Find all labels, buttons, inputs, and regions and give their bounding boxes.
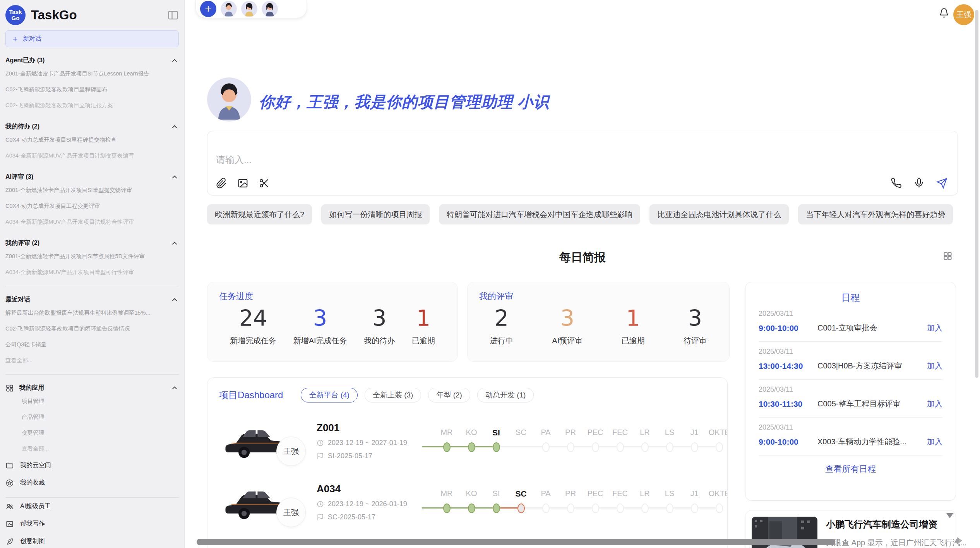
project-milestone-flag: SC-2025-05-17 [317,513,420,521]
greeting-text: 你好，王强，我是你的项目管理助理 小识 [259,91,549,113]
my-apps-header: 我的应用 [5,383,179,393]
sidebar-item[interactable]: A034-全新新能源MUV产品开发项目法规符合性评审 [5,214,179,230]
add-assistant-button[interactable]: + [200,1,216,17]
stat-value: 1 [626,305,640,331]
task-progress-stats: 24新增完成任务3新增AI完成任务3我的待办1已逾期 [219,305,446,346]
milestone-dot [567,503,574,513]
recent-chat-item[interactable]: C02-飞腾新能源轻客改款项目的闭环通告反馈情况 [5,321,179,337]
send-icon[interactable] [936,178,947,189]
chevron-up-icon[interactable] [170,296,179,304]
milestone-dot [716,503,723,513]
dashboard-filter-chip[interactable]: 动总开发 (1) [477,388,534,402]
suggestion-chip[interactable]: 比亚迪全固态电池计划具体说了什么 [649,204,789,224]
sidebar-item[interactable]: C02-飞腾新能源轻客改款项目里程碑画布 [5,82,179,98]
sidebar-tool[interactable]: 创意制图 [5,533,179,548]
recent-chat-item[interactable]: 解释最新出台的欧盟报废车法规再生塑料比例被调至15%... [5,305,179,321]
milestone-dot [641,442,649,452]
dashboard-filter-chip[interactable]: 年型 (2) [428,388,470,402]
milestone-dot [691,442,698,452]
sidebar-section-2: AI评审 (3)Z001-全新燃油轻卡产品开发项目SI造型提交物评审C0X4-动… [5,172,179,230]
chevron-up-icon[interactable] [170,173,179,182]
chevron-up-icon[interactable] [170,384,179,392]
sidebar-shortcut[interactable]: 我的云空间 [5,457,179,474]
app-item[interactable]: 项目管理 [5,393,179,409]
milestone-dot [592,442,599,452]
sidebar-item[interactable]: C02-飞腾新能源轻客改款项目立项汇报方案 [5,98,179,113]
view-all-schedule-link[interactable]: 查看所有日程 [759,463,942,475]
chevron-up-icon[interactable] [170,123,179,131]
chevron-up-icon[interactable] [170,57,179,65]
scissors-icon[interactable] [259,178,270,189]
sidebar-item[interactable]: A034-全新新能源MUV产品开发项目造型可行性评审 [5,264,179,280]
chevron-up-icon[interactable] [170,239,179,248]
microphone-icon[interactable] [913,178,925,189]
sidebar-shortcut[interactable]: 我的收藏 [5,474,179,491]
suggestion-chip[interactable]: 当下年轻人对汽车外观有怎样的喜好趋势 [798,204,953,224]
sidebar-section-2-header: AI评审 (3) [5,172,179,182]
suggestion-chip[interactable]: 欧洲新规最近颁布了什么? [207,204,312,224]
dashboard-filters: 全新平台 (4)全新上装 (3)年型 (2)动总开发 (1) [301,388,534,402]
new-chat-button[interactable]: ＋ 新对话 [5,30,179,47]
tool-label: 创意制图 [20,537,45,545]
sidebar-item[interactable]: C0X4-动力总成开发项目SI里程碑提交物检查 [5,132,179,148]
my-apps-label: 我的应用 [19,384,165,392]
sidebar-collapse-icon[interactable] [167,9,179,21]
join-meeting-link[interactable]: 加入 [927,399,942,409]
horizontal-scrollbar[interactable] [197,539,835,545]
sidebar-item[interactable]: Z001-全新燃油轻卡产品开发项目SI造型提交物评审 [5,182,179,198]
news-body: 小鹏飞行汽车制造公司增资 天眼查 App 显示，近日广州汇天飞行汽... [826,517,966,548]
join-meeting-link[interactable]: 加入 [927,361,942,371]
vertical-scrollbar[interactable] [975,10,978,378]
sidebar-item[interactable]: C0X4-动力总成开发项目工程变更评审 [5,198,179,214]
chat-input[interactable] [216,154,797,165]
schedule-time: 9:00-10:00 [759,437,817,447]
suggestion-chip[interactable]: 如何写一份清晰的项目周报 [321,204,430,224]
composer-toolbar [216,178,270,189]
assistant-avatar-2[interactable] [241,1,257,17]
layout-grid-icon[interactable] [942,251,953,261]
sidebar-section-3-label: 我的评审 (2) [5,239,165,247]
tool-label: 帮我写作 [20,520,45,528]
milestone-label: LS [665,489,674,502]
dashboard-filter-chip[interactable]: 全新上装 (3) [365,388,421,402]
milestone-dot [592,503,599,513]
scroll-down-arrow[interactable] [946,513,953,518]
app-item[interactable]: 产品管理 [5,409,179,425]
milestone-station: SI [484,489,509,515]
sidebar-section-1-label: 我的待办 (2) [5,123,165,131]
app-item[interactable]: 变更管理 [5,425,179,441]
recent-chat-item[interactable]: 公司Q3轻卡销量 [5,337,179,353]
attachment-icon[interactable] [216,178,227,189]
milestone-label: PA [541,489,550,502]
user-avatar[interactable]: 王强 [953,4,974,25]
sidebar-section-0: Agent已办 (3)Z001-全新燃油皮卡产品开发项目SI节点Lesson L… [5,55,179,113]
join-meeting-link[interactable]: 加入 [927,437,942,447]
scroll-right-arrow[interactable] [957,537,962,544]
join-meeting-link[interactable]: 加入 [927,323,942,333]
recent-chats-section: 最近对话解释最新出台的欧盟报废车法规再生塑料比例被调至15%...C02-飞腾新… [5,295,179,368]
date-range-text: 2023-12-19 ~ 2027-01-19 [328,439,407,447]
sidebar-tool[interactable]: 帮我写作 [5,515,179,533]
dashboard-filter-chip[interactable]: 全新平台 (4) [301,388,358,402]
milestone-station: FEC [608,428,632,454]
sidebar-item[interactable]: A034-全新新能源MUV产品开发项目计划变更表编写 [5,148,179,164]
schedule-time: 13:00-14:30 [759,361,817,371]
notification-bell-icon[interactable] [939,8,949,19]
assistant-avatar-1[interactable] [221,1,237,17]
new-chat-label: 新对话 [23,35,41,43]
phone-icon[interactable] [891,178,902,189]
schedule-time: 10:30-11:30 [759,399,817,409]
assistant-avatar-3[interactable] [262,1,278,17]
sidebar-item[interactable]: Z001-全新燃油皮卡产品开发项目SI节点Lesson Learn报告 [5,66,179,82]
sidebar-tool[interactable]: AI超级员工 [5,498,179,515]
milestone-label: SI [493,489,500,502]
suggestion-chip[interactable]: 特朗普可能对进口汽车增税会对中国车企造成哪些影响 [439,204,640,224]
project-milestone-flag: SI-2025-05-17 [317,452,420,460]
app-item[interactable]: 查看全部... [5,441,179,457]
recent-chat-item[interactable]: 查看全部... [5,353,179,368]
my-apps-section: 我的应用项目管理产品管理变更管理查看全部... [5,383,179,457]
milestone-station: LS [657,428,682,454]
image-icon[interactable] [237,178,248,189]
schedule-date: 2025/03/11 [759,423,942,432]
sidebar-item[interactable]: Z001-全新燃油轻卡产品开发项目SI节点属性5D文件评审 [5,248,179,264]
